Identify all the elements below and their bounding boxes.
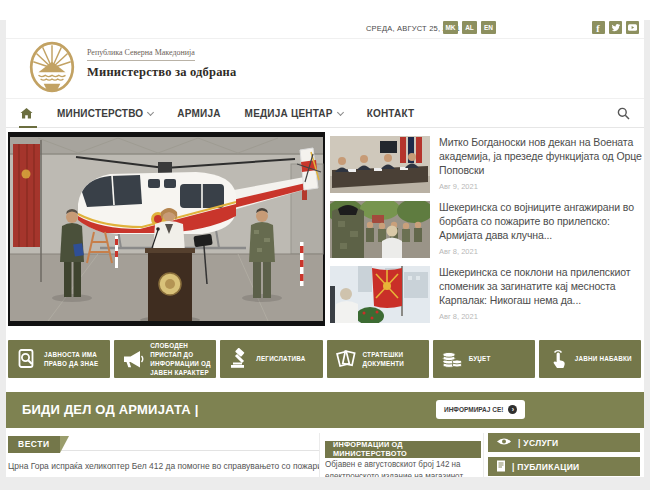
document-search-icon: [16, 348, 38, 370]
top-bar: СРЕДА, АВГУСТ 25, 2021 MK AL EN f: [6, 18, 644, 39]
nav-item-armija[interactable]: АРМИЈА: [177, 108, 220, 119]
news-text: Митко Богданоски нов декан на Воената ак…: [439, 136, 643, 193]
banner-title: БИДИ ДЕЛ ОД АРМИЈАТА |: [22, 402, 199, 417]
ministry-name: Министерство за одбрана: [87, 65, 236, 80]
tab-fold: [60, 436, 69, 453]
news-text: Шекеринска се поклони на прилепскиот спо…: [439, 266, 643, 323]
page: СРЕДА, АВГУСТ 25, 2021 MK AL EN f: [6, 18, 644, 477]
republic-name: Република Северна Македонија: [87, 48, 195, 61]
quick-link-legislativa[interactable]: ЛЕГИСЛАТИВА: [220, 340, 322, 378]
browser-top-strip: [0, 0, 650, 20]
news-text: Шекеринска со војниците ангажирани во бо…: [439, 201, 643, 258]
banner-button-label: ИНФОРМИРАЈ СЕ!: [444, 406, 503, 413]
chevron-down-icon: [337, 108, 344, 115]
publication-icon: [496, 460, 506, 474]
main-nav: МИНИСТЕРСТВО АРМИЈА МЕДИЈА ЦЕНТАР КОНТАК…: [6, 98, 644, 128]
services-eye-icon: [496, 436, 512, 449]
lang-al-button[interactable]: AL: [462, 21, 477, 34]
quick-link-label: ЈАВНИ НАБАВКИ: [575, 354, 632, 363]
divider: [483, 433, 484, 477]
news-title[interactable]: Митко Богданоски нов декан на Воената ак…: [439, 136, 643, 178]
ministry-info-headline[interactable]: Објавен е августовскиот број 142 на елек…: [325, 459, 476, 477]
quick-link-label: СТРАТЕШКИ ДОКУМЕНТИ: [363, 350, 425, 368]
tab-informacii[interactable]: ИНФОРМАЦИИ ОД МИНИСТЕРСТВОТО: [325, 441, 481, 458]
quick-link-javnost[interactable]: ЈАВНОСТА ИМА ПРАВО ДА ЗНАЕ: [8, 340, 110, 378]
news-date: Авг 8, 2021: [439, 312, 643, 321]
quick-links: ЈАВНОСТА ИМА ПРАВО ДА ЗНАЕ СЛОБОДЕН ПРИС…: [8, 340, 641, 378]
nav-label: АРМИЈА: [177, 108, 220, 119]
news-thumbnail: [330, 201, 430, 258]
megaphone-icon: [122, 348, 144, 370]
tab-row: ИНФОРМАЦИИ ОД МИНИСТЕРСТВОТО: [325, 433, 481, 451]
home-icon: [20, 107, 33, 119]
language-switcher: MK AL EN: [443, 21, 496, 34]
sidebar-item-uslugi[interactable]: | УСЛУГИ: [488, 433, 640, 452]
news-thumbnail: [330, 266, 430, 323]
nav-label: КОНТАКТ: [367, 108, 415, 119]
news-thumbnail: [330, 136, 430, 193]
tab-row: ВЕСТИ: [8, 433, 319, 451]
nav-item-ministerstvo[interactable]: МИНИСТЕРСТВО: [57, 108, 153, 119]
lang-en-button[interactable]: EN: [481, 21, 496, 34]
sidebar-item-publikacii[interactable]: | ПУБЛИКАЦИИ: [488, 457, 640, 476]
facebook-icon[interactable]: f: [592, 21, 605, 34]
nav-home-button[interactable]: [20, 99, 33, 127]
site-logo[interactable]: Република Северна Македонија Министерств…: [28, 41, 236, 97]
quick-link-sloboden-pristap[interactable]: СЛОБОДЕН ПРИСТАП ДО ИНФОРМАЦИИ ОД ЈАВЕН …: [114, 340, 216, 378]
army-banner: БИДИ ДЕЛ ОД АРМИЈАТА | ИНФОРМИРАЈ СЕ! ›: [6, 392, 644, 428]
news-title[interactable]: Шекеринска се поклони на прилепскиот спо…: [439, 266, 643, 308]
ministry-info-section: ИНФОРМАЦИИ ОД МИНИСТЕРСТВОТО Објавен е а…: [325, 433, 481, 477]
nav-item-kontakt[interactable]: КОНТАКТ: [367, 108, 415, 119]
quick-link-label: БУЏЕТ: [469, 354, 491, 363]
news-date: Авг 8, 2021: [439, 247, 643, 256]
hero-slider-image[interactable]: [8, 132, 325, 326]
news-title[interactable]: Шекеринска со војниците ангажирани во бо…: [439, 201, 643, 243]
news-section-headline[interactable]: Црна Гора испраќа хеликоптер Бел 412 да …: [8, 461, 300, 471]
gavel-icon: [228, 348, 250, 370]
coat-of-arms-icon: [28, 41, 76, 97]
news-section: ВЕСТИ Црна Гора испраќа хеликоптер Бел 4…: [8, 433, 319, 471]
quick-link-label: ЛЕГИСЛАТИВА: [256, 354, 305, 363]
quick-link-strateski-dokumenti[interactable]: СТРАТЕШКИ ДОКУМЕНТИ: [327, 340, 429, 378]
social-links: f: [592, 21, 639, 34]
logo-text: Република Северна Македонија Министерств…: [87, 48, 236, 97]
news-item[interactable]: Митко Богданоски нов декан на Воената ак…: [330, 136, 643, 193]
documents-icon: [335, 348, 357, 370]
news-item[interactable]: Шекеринска со војниците ангажирани во бо…: [330, 201, 643, 258]
quick-link-budzet[interactable]: БУЏЕТ: [433, 340, 535, 378]
nav-label: МЕДИЈА ЦЕНТАР: [245, 108, 333, 119]
quick-link-javni-nabavki[interactable]: ЈАВНИ НАБАВКИ: [539, 340, 641, 378]
sidebar-item-label: | УСЛУГИ: [518, 438, 559, 448]
tab-vesti[interactable]: ВЕСТИ: [8, 436, 60, 453]
search-icon: [617, 107, 630, 120]
news-list: Митко Богданоски нов декан на Воената ак…: [330, 136, 643, 323]
search-button[interactable]: [617, 107, 630, 120]
news-item[interactable]: Шекеринска се поклони на прилепскиот спо…: [330, 266, 643, 323]
active-nav-underline: [19, 126, 37, 128]
twitter-icon[interactable]: [609, 21, 622, 34]
quick-link-label: СЛОБОДЕН ПРИСТАП ДО ИНФОРМАЦИИ ОД ЈАВЕН …: [150, 341, 212, 378]
coins-icon: [441, 348, 463, 370]
svg-text:f: f: [596, 23, 600, 34]
sidebar-item-label: | ПУБЛИКАЦИИ: [512, 462, 579, 472]
divider: [319, 433, 320, 477]
arrow-right-circle-icon: ›: [508, 405, 517, 414]
youtube-icon[interactable]: [626, 21, 639, 34]
hand-click-icon: [547, 348, 569, 370]
tab-label: ИНФОРМАЦИИ ОД МИНИСТЕРСТВОТО: [333, 440, 473, 458]
nav-label: МИНИСТЕРСТВО: [57, 108, 143, 119]
news-date: Авг 9, 2021: [439, 182, 643, 191]
nav-item-medija-centar[interactable]: МЕДИЈА ЦЕНТАР: [245, 108, 343, 119]
quick-link-label: ЈАВНОСТА ИМА ПРАВО ДА ЗНАЕ: [44, 350, 106, 368]
lang-mk-button[interactable]: MK: [443, 21, 458, 34]
bottom-sidebar: | УСЛУГИ | ПУБЛИКАЦИИ: [488, 433, 640, 476]
informiraj-se-button[interactable]: ИНФОРМИРАЈ СЕ! ›: [436, 400, 525, 419]
chevron-down-icon: [147, 108, 154, 115]
tab-label: ВЕСТИ: [18, 439, 50, 449]
